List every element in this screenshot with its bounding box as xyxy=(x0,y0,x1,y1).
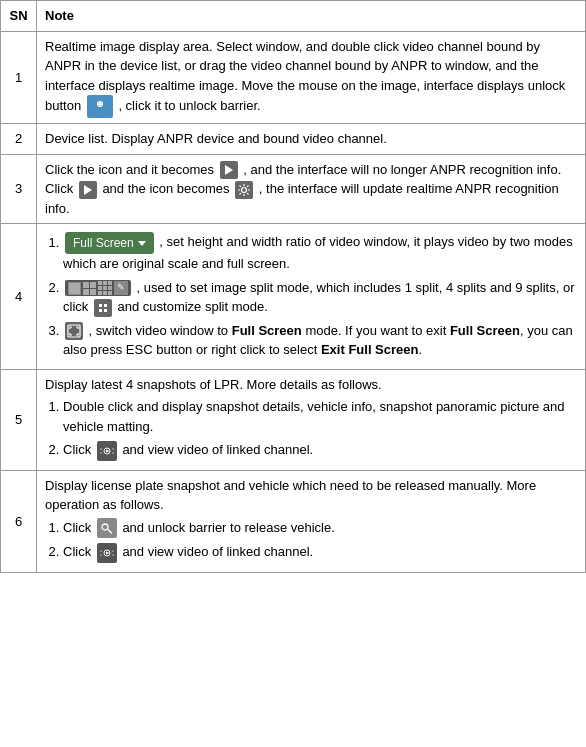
svg-rect-17 xyxy=(100,554,102,556)
svg-rect-19 xyxy=(112,554,114,556)
table-row: 6 Display license plate snapshot and veh… xyxy=(1,470,586,572)
unlock-button-icon xyxy=(87,95,113,118)
row-3-sn: 3 xyxy=(1,154,37,224)
svg-rect-13 xyxy=(98,519,116,537)
svg-rect-18 xyxy=(112,550,114,552)
list-item: Double click and display snapshot detail… xyxy=(63,397,577,436)
row-6-note: Display license plate snapshot and vehic… xyxy=(37,470,586,572)
header-sn: SN xyxy=(1,1,37,32)
svg-marker-2 xyxy=(225,165,233,175)
row-6-sn: 6 xyxy=(1,470,37,572)
key-icon xyxy=(97,518,117,538)
table-row: 3 Click the icon and it becomes , and th… xyxy=(1,154,586,224)
nine-split-icon xyxy=(98,281,112,295)
split-icons: ✎ xyxy=(65,280,131,296)
list-item: Click and vie xyxy=(63,440,577,461)
row-3-note: Click the icon and it becomes , and the … xyxy=(37,154,586,224)
row-1-note: Realtime image display area. Select wind… xyxy=(37,31,586,124)
row-4-sn: 4 xyxy=(1,224,37,370)
list-item: Click and unlock barrier to release vehi… xyxy=(63,518,577,539)
row-2-sn: 2 xyxy=(1,124,37,155)
customize-split-icon xyxy=(94,299,112,317)
list-item: Click and vie xyxy=(63,542,577,563)
settings-icon xyxy=(235,181,253,199)
svg-rect-10 xyxy=(112,452,114,454)
fullscreen-bold-1: Full Screen xyxy=(232,323,302,338)
row-4-note: Full Screen , set height and width ratio… xyxy=(37,224,586,370)
dropdown-arrow-icon xyxy=(138,241,146,246)
list-item: Full Screen , set height and width ratio… xyxy=(63,232,577,274)
list-item: , switch video window to Full Screen mod… xyxy=(63,321,577,360)
svg-marker-3 xyxy=(84,185,92,195)
row-5-sn: 5 xyxy=(1,369,37,470)
table-row: 4 Full Screen , set height and width rat… xyxy=(1,224,586,370)
four-split-icon xyxy=(83,282,96,295)
row-2-note: Device list. Display ANPR device and bou… xyxy=(37,124,586,155)
svg-rect-9 xyxy=(112,448,114,450)
play-icon-2 xyxy=(79,181,97,199)
svg-point-4 xyxy=(242,187,247,192)
fullscreen-bold-2: Full Screen xyxy=(450,323,520,338)
table-row: 2 Device list. Display ANPR device and b… xyxy=(1,124,586,155)
film-icon-6 xyxy=(97,543,117,563)
film-icon-5 xyxy=(97,441,117,461)
single-split-icon xyxy=(68,282,81,295)
svg-rect-16 xyxy=(100,550,102,552)
svg-rect-7 xyxy=(100,448,102,450)
exit-fullscreen-bold: Exit Full Screen xyxy=(321,342,419,357)
table-row: 1 Realtime image display area. Select wi… xyxy=(1,31,586,124)
row-1-sn: 1 xyxy=(1,31,37,124)
svg-rect-8 xyxy=(100,452,102,454)
edit-split-icon: ✎ xyxy=(114,281,128,295)
header-note: Note xyxy=(37,1,586,32)
play-icon xyxy=(220,161,238,179)
fullscreen-mode-icon xyxy=(65,322,83,340)
fullscreen-dropdown-icon: Full Screen xyxy=(65,232,154,254)
list-item: ✎ , used to set image split mode, which … xyxy=(63,278,577,317)
table-row: 5 Display latest 4 snapshots of LPR. Mor… xyxy=(1,369,586,470)
row-5-note: Display latest 4 snapshots of LPR. More … xyxy=(37,369,586,470)
